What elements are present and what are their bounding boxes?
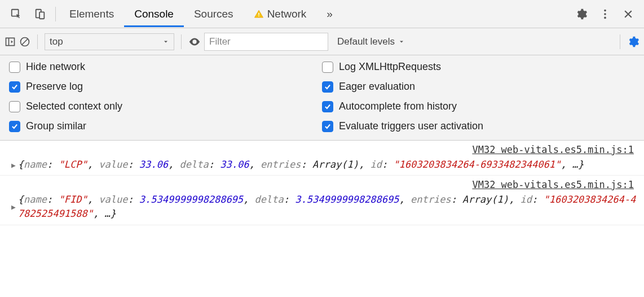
- devtools-main-toolbar: Elements Console Sources Network »: [0, 0, 644, 28]
- setting-group_similar[interactable]: Group similar: [9, 120, 322, 132]
- chevron-down-icon: [162, 38, 169, 45]
- filter-input[interactable]: [204, 33, 328, 51]
- setting-label: Selected context only: [26, 101, 122, 112]
- svg-point-5: [604, 9, 606, 11]
- setting-log_xhr[interactable]: Log XMLHttpRequests: [322, 61, 635, 73]
- setting-label: Autocomplete from history: [339, 101, 457, 112]
- log-object[interactable]: {name: "FID", value: 3.5349999998288695,…: [18, 193, 637, 221]
- checkbox[interactable]: [322, 62, 333, 73]
- inspect-element-icon[interactable]: [5, 5, 28, 24]
- checkbox[interactable]: [9, 81, 20, 93]
- svg-rect-3: [258, 12, 259, 15]
- setting-preserve_log[interactable]: Preserve log: [9, 81, 322, 93]
- divider: [181, 34, 182, 49]
- svg-line-11: [22, 39, 28, 45]
- setting-eager_eval[interactable]: Eager evaluation: [322, 81, 635, 93]
- tab-elements[interactable]: Elements: [59, 1, 124, 27]
- tabs-overflow[interactable]: »: [316, 1, 343, 27]
- expand-arrow-icon[interactable]: ▶: [11, 159, 16, 171]
- log-entry: VM32 web-vitals.es5.min.js:1▶{name: "LCP…: [0, 141, 644, 176]
- log-levels-selector[interactable]: Default levels: [332, 36, 411, 47]
- console-sub-toolbar: top Default levels: [0, 28, 644, 55]
- checkbox[interactable]: [9, 121, 20, 132]
- checkbox[interactable]: [9, 62, 20, 73]
- expand-arrow-icon[interactable]: ▶: [11, 200, 16, 213]
- svg-point-6: [604, 13, 606, 15]
- log-source-link[interactable]: VM32 web-vitals.es5.min.js:1: [11, 178, 637, 193]
- setting-label: Log XMLHttpRequests: [339, 61, 441, 73]
- svg-rect-2: [39, 12, 44, 19]
- kebab-menu-icon[interactable]: [593, 5, 617, 24]
- clear-console-icon[interactable]: [19, 36, 30, 47]
- setting-hide_network[interactable]: Hide network: [9, 61, 322, 73]
- setting-label: Preserve log: [26, 81, 83, 93]
- log-entry: VM32 web-vitals.es5.min.js:1▶{name: "FID…: [0, 176, 644, 225]
- settings-gear-icon[interactable]: [570, 5, 593, 24]
- tab-console[interactable]: Console: [124, 1, 184, 27]
- checkbox[interactable]: [322, 121, 333, 132]
- setting-autocomplete[interactable]: Autocomplete from history: [322, 101, 635, 112]
- close-icon[interactable]: [617, 5, 639, 23]
- context-value: top: [50, 36, 63, 47]
- svg-rect-4: [258, 15, 259, 16]
- divider: [37, 34, 38, 49]
- setting-label: Group similar: [26, 120, 86, 132]
- context-selector[interactable]: top: [45, 33, 174, 50]
- setting-user_activation[interactable]: Evaluate triggers user activation: [322, 120, 635, 132]
- log-source-link[interactable]: VM32 web-vitals.es5.min.js:1: [11, 143, 637, 158]
- setting-selected_context[interactable]: Selected context only: [9, 101, 322, 112]
- tab-network-label: Network: [267, 8, 307, 20]
- console-settings-panel: Hide networkPreserve logSelected context…: [0, 55, 644, 141]
- svg-point-7: [604, 16, 606, 19]
- chevron-down-icon: [398, 38, 405, 45]
- setting-label: Eager evaluation: [339, 81, 415, 93]
- log-levels-label: Default levels: [337, 36, 395, 47]
- toggle-sidebar-icon[interactable]: [5, 36, 16, 47]
- tab-sources[interactable]: Sources: [184, 1, 244, 27]
- divider: [620, 34, 620, 49]
- console-log-area: VM32 web-vitals.es5.min.js:1▶{name: "LCP…: [0, 141, 644, 225]
- checkbox[interactable]: [322, 81, 333, 93]
- checkbox[interactable]: [322, 101, 333, 112]
- svg-point-12: [193, 41, 196, 43]
- console-settings-gear-icon[interactable]: [627, 36, 639, 48]
- setting-label: Evaluate triggers user activation: [339, 120, 483, 132]
- warning-icon: [254, 9, 264, 19]
- divider: [55, 7, 56, 21]
- svg-rect-8: [6, 38, 15, 45]
- live-expression-eye-icon[interactable]: [188, 36, 201, 48]
- tab-network[interactable]: Network: [244, 1, 317, 27]
- checkbox[interactable]: [9, 101, 20, 112]
- log-object[interactable]: {name: "LCP", value: 33.06, delta: 33.06…: [18, 158, 637, 172]
- device-toggle-icon[interactable]: [28, 5, 52, 24]
- setting-label: Hide network: [26, 61, 85, 73]
